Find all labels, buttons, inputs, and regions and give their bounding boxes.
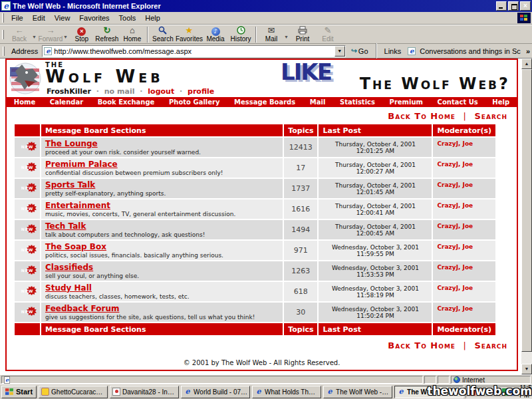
forward-button[interactable]: → Forward <box>38 25 63 43</box>
back-button[interactable]: ← Back <box>7 25 32 43</box>
moderators-links[interactable]: CrazyJ, Joe <box>433 282 495 301</box>
profile-link[interactable]: profile <box>188 87 214 96</box>
address-input[interactable] <box>54 47 334 55</box>
favorites-button[interactable]: ★ Favorites <box>176 25 203 43</box>
moderators-links[interactable]: CrazyJ, Joe <box>433 158 495 178</box>
document-icon: e <box>4 376 10 384</box>
scrollbar-thumb[interactable] <box>521 69 532 352</box>
refresh-button[interactable]: ↻ Refresh <box>94 25 120 43</box>
moderators-links[interactable]: CrazyJ, Joe <box>433 179 495 198</box>
board-section-link[interactable]: Sports Talk <box>45 180 95 190</box>
board-section-link[interactable]: Classifieds <box>45 263 93 272</box>
board-row: NEW Sports Talk pretty self-explanatory,… <box>15 179 495 198</box>
board-description: sell your soul, or anything else. <box>45 273 279 279</box>
minimize-button[interactable] <box>496 1 507 11</box>
taskbar-task[interactable]: The Wolf Web - Mic... <box>323 386 392 398</box>
board-section-link[interactable]: Feedback Forum <box>45 304 119 313</box>
search-icon <box>158 26 167 35</box>
site-header: The Wolf Web FroshKiller · no mail · log… <box>7 60 517 97</box>
taskbar-task[interactable]: GhettoCucaracha's ... <box>39 386 108 398</box>
start-button[interactable]: Start <box>1 386 37 398</box>
moderators-links[interactable]: CrazyJ, Joe <box>433 200 495 219</box>
topics-count: 618 <box>284 282 317 301</box>
back-to-home-link[interactable]: Back To Home <box>388 111 456 121</box>
nav-item[interactable]: Premium <box>390 98 423 106</box>
links-bar-item[interactable]: e Conversations and things in Sc <box>406 47 522 55</box>
board-section-link[interactable]: The Soap Box <box>45 242 106 251</box>
history-button[interactable]: History <box>228 25 253 43</box>
vertical-scrollbar[interactable]: ▲ ▼ <box>521 59 532 374</box>
toolbar-grip[interactable] <box>2 30 4 39</box>
moderators-links[interactable]: CrazyJ, Joe <box>433 241 495 260</box>
nav-item[interactable]: Home <box>14 98 35 106</box>
close-button[interactable]: × <box>520 1 531 11</box>
search-link[interactable]: Search <box>474 340 507 350</box>
last-post-date: Wednesday, October 3, 2001 <box>323 306 428 313</box>
board-section-link[interactable]: Entertainment <box>45 201 110 210</box>
back-dropdown-icon[interactable]: ▼ <box>32 35 37 39</box>
toolbar-grip[interactable] <box>2 13 4 23</box>
logout-link[interactable]: logout <box>148 87 174 96</box>
task-label: The Wolf Web - Mic... <box>336 388 390 396</box>
stop-button[interactable]: × Stop <box>69 25 94 43</box>
menu-item[interactable]: Edit <box>28 13 50 23</box>
board-row: NEW The Lounge proceed at your own risk.… <box>15 138 495 157</box>
nav-item[interactable]: Book Exchange <box>98 98 155 106</box>
nav-item[interactable]: Contact Us <box>438 98 478 106</box>
moderators-links[interactable]: CrazyJ, Joe <box>433 261 495 281</box>
nav-item[interactable]: Message Boards <box>234 98 295 106</box>
table-header-row: Message Board Sections Topics Last Post … <box>15 124 495 136</box>
scroll-up-icon[interactable]: ▲ <box>521 59 532 69</box>
scrollbar-track[interactable] <box>521 69 532 364</box>
search-link[interactable]: Search <box>474 111 507 121</box>
board-section-link[interactable]: The Lounge <box>45 139 98 148</box>
forward-dropdown-icon[interactable]: ▼ <box>63 35 68 39</box>
scroll-down-icon[interactable]: ▼ <box>521 364 532 374</box>
nav-item[interactable]: Help <box>492 98 509 106</box>
media-button[interactable]: ♪ Media <box>203 25 228 43</box>
taskbar-task[interactable]: World Build - 07/14... <box>181 386 250 398</box>
restore-button[interactable] <box>508 1 519 11</box>
taskbar-task[interactable]: Davanita28 - Instant... <box>110 386 179 398</box>
last-post-time: 12:01:25 AM <box>323 148 428 154</box>
taskbar-task[interactable]: What Holds The Un... <box>252 386 321 398</box>
nav-item[interactable]: Mail <box>310 98 326 106</box>
address-dropdown-icon[interactable]: ▼ <box>334 46 345 57</box>
home-button[interactable]: ⌂ Home <box>120 25 145 43</box>
mail-dropdown-icon[interactable]: ▼ <box>284 35 289 39</box>
board-row: NEW Entertainment music, movies, concert… <box>15 200 495 219</box>
board-section-link[interactable]: Study Hall <box>45 283 92 293</box>
topics-count: 1616 <box>284 200 317 219</box>
menu-bar: FileEditViewFavoritesToolsHelp <box>0 12 532 25</box>
board-description: politics, social issues, financials. bas… <box>45 252 279 259</box>
nav-item[interactable]: Statistics <box>340 98 375 106</box>
search-button[interactable]: Search <box>150 25 176 43</box>
last-post-cell: Thursday, October 4, 2001 12:01:45 AM <box>319 179 432 198</box>
menu-item[interactable]: Help <box>140 13 165 23</box>
mail-button[interactable]: ✉ Mail <box>259 25 284 43</box>
task-label: What Holds The Un... <box>265 388 319 396</box>
menu-item[interactable]: File <box>7 13 28 23</box>
board-section-link[interactable]: Tech Talk <box>45 221 86 231</box>
moderators-links[interactable]: CrazyJ, Joe <box>433 138 495 157</box>
edit-button[interactable]: ✎ Edit <box>315 25 340 43</box>
board-section-link[interactable]: Premium Palace <box>45 160 118 169</box>
nav-item[interactable]: Calendar <box>50 98 83 106</box>
moderators-links[interactable]: CrazyJ, Joe <box>433 220 495 239</box>
board-row: NEW The Soap Box politics, social issues… <box>15 241 495 260</box>
menu-item[interactable]: View <box>50 13 75 23</box>
new-posts-icon: NEW <box>19 183 36 192</box>
toolbar: ← Back ▼ → Forward ▼ × Stop ↻ Refresh ⌂ … <box>0 25 532 44</box>
toolbar-grip[interactable] <box>3 47 5 56</box>
go-button[interactable]: ↪ Go <box>348 47 371 55</box>
menu-item[interactable]: Favorites <box>74 13 114 23</box>
menu-item[interactable]: Tools <box>114 13 141 23</box>
nav-item[interactable]: Photo Gallery <box>169 98 220 106</box>
links-overflow-chevron[interactable]: » <box>526 47 530 55</box>
last-post-cell: Wednesday, October 3, 2001 11:50:24 PM <box>319 303 432 322</box>
moderators-links[interactable]: CrazyJ, Joe <box>433 303 495 322</box>
print-button[interactable]: Print <box>290 25 315 43</box>
last-post-time: 12:00:45 AM <box>323 230 428 237</box>
back-to-home-link[interactable]: Back To Home <box>388 340 456 350</box>
new-posts-cell: NEW <box>15 220 40 239</box>
